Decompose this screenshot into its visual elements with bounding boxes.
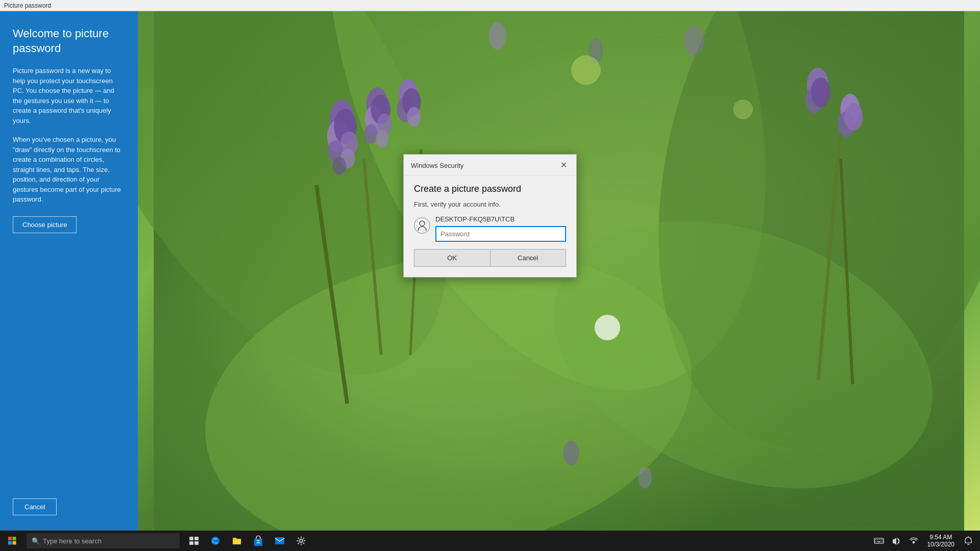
svg-rect-62	[881, 541, 883, 542]
svg-point-43	[420, 221, 425, 226]
notification-button[interactable]	[961, 531, 976, 551]
dialog-title-bar: Windows Security ✕	[404, 155, 576, 176]
svg-rect-49	[194, 537, 199, 540]
dialog-body: Create a picture password First, verify …	[404, 176, 576, 277]
task-view-button[interactable]	[184, 531, 204, 551]
svg-rect-57	[877, 539, 878, 540]
file-explorer-button[interactable]	[227, 531, 247, 551]
ok-button[interactable]: OK	[414, 249, 490, 267]
svg-rect-58	[879, 539, 880, 540]
windows-logo-icon	[8, 537, 16, 545]
settings-tray-button[interactable]	[291, 531, 311, 551]
account-row: DESKTOP-FKQ5B7U\TCB	[414, 215, 566, 242]
start-button[interactable]	[0, 531, 24, 551]
dialog-title-text: Windows Security	[411, 162, 463, 169]
svg-point-54	[300, 539, 303, 542]
svg-rect-50	[189, 541, 193, 545]
svg-rect-46	[8, 541, 12, 545]
svg-rect-45	[13, 537, 16, 540]
dialog-buttons: OK Cancel	[414, 249, 566, 267]
mail-button[interactable]	[270, 531, 290, 551]
search-icon: 🔍	[32, 537, 40, 545]
svg-rect-59	[881, 539, 883, 540]
windows-security-dialog: Windows Security ✕ Create a picture pass…	[403, 154, 577, 278]
search-bar[interactable]: 🔍 Type here to search	[27, 533, 180, 548]
svg-rect-47	[13, 541, 16, 545]
svg-rect-51	[194, 541, 199, 545]
password-input[interactable]	[435, 226, 566, 242]
clock-area[interactable]: 9:54 AM 10/3/2020	[923, 531, 959, 551]
svg-rect-53	[275, 537, 284, 544]
svg-rect-56	[875, 539, 876, 540]
dialog-overlay: Windows Security ✕ Create a picture pass…	[0, 11, 980, 531]
taskbar: 🔍 Type here to search	[0, 531, 980, 551]
svg-rect-61	[877, 541, 880, 542]
edge-browser-button[interactable]	[205, 531, 226, 551]
keyboard-icon[interactable]	[871, 531, 887, 551]
store-button[interactable]	[248, 531, 268, 551]
svg-rect-55	[874, 538, 884, 543]
title-bar: Picture password	[0, 0, 980, 11]
dialog-close-button[interactable]: ✕	[558, 160, 569, 171]
clock-time: 9:54 AM	[929, 534, 952, 541]
network-icon[interactable]	[906, 531, 921, 551]
svg-rect-60	[875, 541, 876, 542]
svg-rect-52	[254, 539, 262, 546]
volume-icon[interactable]	[889, 531, 904, 551]
svg-rect-63	[967, 544, 969, 545]
taskbar-icons	[184, 531, 311, 551]
cancel-button-dialog[interactable]: Cancel	[490, 249, 567, 267]
svg-rect-48	[189, 537, 193, 540]
svg-rect-44	[8, 537, 12, 540]
window-title: Picture password	[4, 2, 51, 9]
system-tray: 9:54 AM 10/3/2020	[871, 531, 980, 551]
clock-date: 10/3/2020	[927, 541, 954, 548]
dialog-heading: Create a picture password	[414, 184, 566, 194]
dialog-subtitle: First, verify your account info.	[414, 201, 566, 208]
user-avatar-icon	[414, 217, 430, 234]
account-info: DESKTOP-FKQ5B7U\TCB	[435, 215, 566, 242]
account-name: DESKTOP-FKQ5B7U\TCB	[435, 215, 566, 223]
search-placeholder-text: Type here to search	[43, 537, 102, 545]
